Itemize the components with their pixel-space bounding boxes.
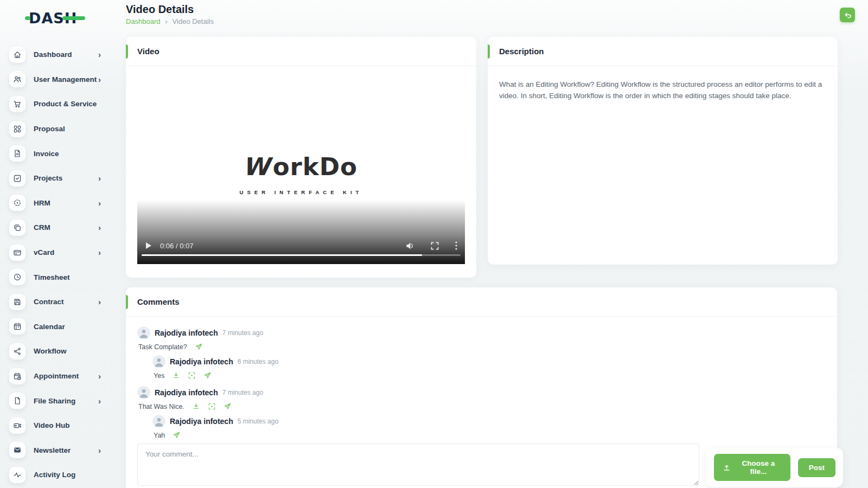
home-icon — [9, 47, 25, 63]
post-button[interactable]: Post — [798, 458, 835, 477]
avatar — [152, 415, 165, 428]
activity-icon — [9, 467, 25, 483]
sidebar-item-appointment[interactable]: Appointment › — [0, 364, 115, 389]
video-progress-fill — [142, 254, 422, 256]
comment-input[interactable] — [137, 444, 699, 486]
description-card: Description What is an Editing Workflow?… — [488, 37, 838, 265]
users-icon — [9, 71, 25, 87]
sidebar-item-user-management[interactable]: User Management › — [0, 67, 115, 92]
sidebar-item-projects[interactable]: Projects › — [0, 166, 115, 191]
comment-text: Yah — [154, 432, 165, 439]
crosshair-icon[interactable] — [188, 371, 196, 380]
sidebar-item-vcard[interactable]: vCard › — [0, 240, 115, 265]
sidebar-item-dashboard[interactable]: Dashboard › — [0, 42, 115, 67]
comment-author: Rajodiya infotech — [170, 357, 233, 366]
comment-reply: Rajodiya infotech 5 minutes ago Yah — [152, 415, 826, 439]
chevron-right-icon: › — [98, 75, 101, 84]
sidebar-item-label: Invoice — [34, 150, 59, 158]
choose-file-button[interactable]: Choose a file... — [714, 454, 790, 481]
clock-icon — [9, 269, 25, 285]
mute-button[interactable] — [405, 242, 414, 250]
save-icon — [9, 294, 25, 310]
logo-green-dash — [25, 16, 30, 20]
return-arrow-icon — [844, 11, 852, 19]
video-card: Video WorkDo USER INTERFACE KIT 0:06 / 0… — [126, 37, 476, 278]
avatar — [137, 326, 150, 339]
chevron-right-icon: › — [98, 298, 101, 306]
crosshair-icon[interactable] — [208, 402, 216, 410]
sidebar-item-hrm[interactable]: HRM › — [0, 191, 115, 216]
sidebar-item-invoice[interactable]: Invoice — [0, 141, 115, 166]
video-controls: 0:06 / 0:07 — [145, 241, 457, 250]
sidebar-item-newsletter[interactable]: Newsletter › — [0, 438, 115, 463]
brand-logo[interactable]: DASH — [29, 8, 77, 28]
comment-text: That Was Nice. — [138, 403, 184, 410]
play-button[interactable] — [145, 242, 152, 249]
comment: Rajodiya infotech 7 minutes ago Task Com… — [137, 326, 826, 380]
sidebar-item-crm[interactable]: CRM › — [0, 215, 115, 240]
sidebar-item-video-hub[interactable]: Video Hub — [0, 413, 115, 438]
video-player[interactable]: WorkDo USER INTERFACE KIT 0:06 / 0:07 — [137, 73, 465, 264]
download-icon[interactable] — [172, 371, 180, 380]
sidebar-item-proposal[interactable]: Proposal — [0, 117, 115, 142]
file-text-icon — [9, 145, 25, 162]
comment-timestamp: 7 minutes ago — [222, 329, 263, 337]
comment-reply: Rajodiya infotech 6 minutes ago Yes — [152, 355, 826, 380]
video-card-title: Video — [137, 47, 159, 56]
sidebar-item-label: Activity Log — [34, 471, 75, 479]
sidebar-item-workflow[interactable]: Workflow — [0, 339, 115, 364]
chevron-right-icon: › — [98, 174, 101, 182]
comment-text: Task Complate? — [138, 343, 187, 351]
sidebar-item-label: Appointment — [34, 372, 79, 380]
chevron-right-icon: › — [98, 50, 101, 59]
logo-green-bar — [62, 16, 85, 20]
back-button[interactable] — [840, 8, 855, 22]
send-icon[interactable] — [224, 402, 232, 410]
sidebar-item-label: Newsletter — [34, 446, 71, 454]
chevron-right-icon: › — [98, 446, 101, 454]
page-title: Video Details — [126, 3, 194, 16]
send-icon[interactable] — [203, 371, 212, 380]
card-accent — [488, 44, 490, 59]
description-text: What is an Editing Workflow? Editing Wor… — [499, 79, 825, 102]
sidebar-item-timesheet[interactable]: Timesheet — [0, 265, 115, 290]
chevron-right-icon: › — [98, 199, 101, 207]
comment-author: Rajodiya infotech — [155, 388, 218, 397]
sidebar-item-label: Video Hub — [34, 421, 70, 429]
sidebar-nav: Dashboard › User Management › Product & … — [0, 42, 115, 487]
description-card-title: Description — [499, 47, 544, 56]
sidebar-item-label: HRM — [34, 199, 50, 207]
file-icon — [9, 393, 25, 409]
chevron-right-icon: › — [98, 397, 101, 405]
comment-thread: Rajodiya infotech 7 minutes ago That Was… — [137, 386, 826, 439]
chevron-right-icon: › — [98, 372, 101, 380]
chevron-right-icon: › — [98, 223, 101, 232]
breadcrumb-dashboard-link[interactable]: Dashboard — [126, 17, 161, 25]
sidebar-item-calendar[interactable]: Calendar — [0, 314, 115, 339]
copy-icon — [9, 220, 25, 236]
sidebar-item-product-service[interactable]: Product & Service — [0, 92, 115, 117]
sidebar: DASH Dashboard › User Management › Produ… — [0, 0, 115, 488]
send-icon[interactable] — [195, 343, 203, 351]
sidebar-item-file-sharing[interactable]: File Sharing › — [0, 388, 115, 413]
sidebar-item-label: Dashboard — [34, 50, 72, 59]
download-icon[interactable] — [192, 402, 200, 410]
sidebar-item-label: Timesheet — [34, 273, 70, 281]
kebab-menu-icon[interactable] — [455, 241, 457, 250]
sidebar-item-activity-log[interactable]: Activity Log — [0, 463, 115, 487]
sidebar-item-contract[interactable]: Contract › — [0, 290, 115, 314]
sidebar-item-label: Calendar — [34, 323, 65, 331]
fullscreen-button[interactable] — [431, 242, 439, 250]
comment-actions-panel: Choose a file... Post — [706, 448, 843, 487]
send-icon[interactable] — [173, 431, 181, 439]
sidebar-item-label: File Sharing — [34, 397, 75, 405]
mail-icon — [9, 442, 25, 458]
video-card-header: Video — [126, 37, 476, 66]
avatar — [152, 355, 165, 368]
workdo-logo: WorkDo — [137, 152, 465, 181]
video-progress-bar[interactable] — [142, 254, 461, 256]
sidebar-item-label: Contract — [34, 298, 64, 306]
comment-timestamp: 6 minutes ago — [238, 358, 278, 365]
sidebar-item-label: vCard — [34, 248, 54, 256]
category-icon — [9, 121, 25, 137]
